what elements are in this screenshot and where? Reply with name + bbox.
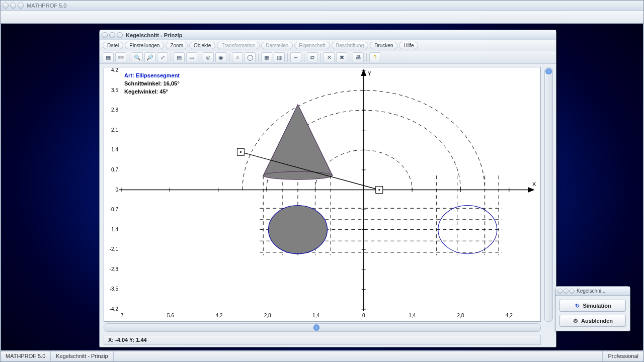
- horizontal-scrollbar[interactable]: [104, 323, 541, 332]
- scroll-thumb[interactable]: [545, 68, 552, 74]
- svg-text:2,8: 2,8: [111, 107, 118, 113]
- window-controls[interactable]: [102, 32, 123, 38]
- tool-table-icon[interactable]: ▥: [274, 52, 285, 62]
- tool-copy-icon[interactable]: ⧉: [307, 52, 318, 62]
- status-document: Kegelschnitt - Prinzip: [51, 351, 113, 361]
- plot-info: Art: Ellipsensegment Schnittwinkel: 16,0…: [124, 71, 180, 96]
- status-bar: MATHPROF 5.0 Kegelschnitt - Prinzip Prof…: [1, 351, 643, 361]
- plot-area: -4,2-3,5-2,8-2,1-1,4-0,700,71,42,12,83,5…: [100, 64, 556, 347]
- svg-text:Y: Y: [368, 70, 372, 76]
- svg-point-70: [378, 189, 380, 191]
- menu-datei[interactable]: Datei: [103, 42, 123, 49]
- toolbar: ▦ 👓 🔍 🔎 ⤢ ▤ ▭ ◎ ◉ ○ ◯ ▦ ▥ ⫟ ⧉ ✕ ✖: [100, 51, 556, 64]
- app-window: MATHPROF 5.0 Kegelschnitt - Prinzip Date…: [0, 0, 644, 362]
- window-control-button[interactable]: [10, 3, 16, 9]
- svg-text:0: 0: [362, 313, 365, 318]
- svg-text:2,8: 2,8: [457, 313, 464, 318]
- svg-text:4,2: 4,2: [111, 67, 118, 73]
- panel-title: Kegelschni...: [577, 288, 605, 294]
- svg-text:-2,1: -2,1: [110, 246, 119, 252]
- toolbar-separator: [304, 53, 304, 62]
- gear-icon: ⚙: [573, 318, 579, 324]
- window-controls[interactable]: [3, 3, 24, 9]
- zoom-out-icon[interactable]: 🔎: [144, 52, 155, 62]
- tool-square-icon[interactable]: ▦: [103, 52, 114, 62]
- tool-grid-icon[interactable]: ▦: [261, 52, 272, 62]
- button-label: Simulation: [583, 303, 611, 309]
- menu-objekte[interactable]: Objekte: [189, 42, 215, 49]
- window-control-button[interactable]: [3, 3, 9, 9]
- window-control-button[interactable]: [570, 289, 575, 294]
- scroll-thumb[interactable]: [313, 324, 319, 331]
- svg-text:1,4: 1,4: [111, 147, 118, 152]
- app-title: MATHPROF 5.0: [27, 3, 66, 9]
- window-control-button[interactable]: [564, 289, 569, 294]
- vertical-scrollbar[interactable]: [544, 67, 553, 322]
- menu-drucken[interactable]: Drucken: [370, 42, 397, 49]
- tool-chart-icon[interactable]: ⫟: [290, 52, 301, 62]
- svg-text:-1,4: -1,4: [110, 227, 119, 232]
- toolbar-separator: [350, 53, 350, 62]
- svg-text:-2,8: -2,8: [262, 313, 271, 318]
- panel-body: ↻Simulation ⚙Ausblenden: [555, 296, 630, 331]
- svg-point-64: [269, 206, 328, 254]
- toolbar-separator: [171, 53, 171, 62]
- tool-clear-b-icon[interactable]: ✖: [336, 52, 347, 62]
- tool-target-b-icon[interactable]: ◉: [215, 52, 226, 62]
- app-titlebar[interactable]: MATHPROF 5.0: [1, 1, 643, 11]
- plot-canvas[interactable]: -4,2-3,5-2,8-2,1-1,4-0,700,71,42,12,83,5…: [104, 67, 541, 322]
- menu-einstellungen[interactable]: Einstellungen: [125, 42, 164, 49]
- menu-hilfe[interactable]: Hilfe: [399, 42, 418, 49]
- zoom-in-icon[interactable]: 🔍: [132, 52, 143, 62]
- svg-text:-4,2: -4,2: [110, 306, 119, 312]
- toolbar-separator: [129, 53, 129, 62]
- status-spacer: [114, 351, 603, 361]
- tool-circle-a-icon[interactable]: ○: [232, 52, 243, 62]
- svg-point-65: [438, 206, 497, 254]
- tool-window-icon[interactable]: ▭: [186, 52, 197, 62]
- toolbar-separator: [366, 53, 367, 62]
- simulation-panel[interactable]: Kegelschni... ↻Simulation ⚙Ausblenden: [555, 286, 630, 331]
- svg-text:-0,7: -0,7: [110, 207, 119, 212]
- app-toolbar: [1, 11, 643, 24]
- window-controls[interactable]: [557, 289, 575, 294]
- status-edition: Professional: [602, 351, 643, 361]
- window-control-button[interactable]: [109, 32, 115, 38]
- tool-circle-b-icon[interactable]: ◯: [245, 52, 256, 62]
- svg-text:3,5: 3,5: [111, 87, 118, 93]
- coordinate-readout: X: -4.04 Y: 1.44: [104, 335, 541, 345]
- tool-properties-icon[interactable]: ▤: [174, 52, 185, 62]
- tool-binoculars-icon[interactable]: 👓: [115, 52, 126, 62]
- svg-text:4,2: 4,2: [506, 313, 513, 318]
- toolbar-separator: [258, 53, 259, 62]
- svg-text:2,1: 2,1: [111, 127, 118, 133]
- svg-text:-1,4: -1,4: [311, 313, 320, 318]
- toolbar-separator: [200, 53, 200, 62]
- toolbar-separator: [287, 53, 288, 62]
- menubar: DateiEinstellungenZoomObjekteTransformat…: [100, 40, 556, 51]
- toolbar-separator: [320, 53, 321, 62]
- window-control-button[interactable]: [557, 289, 562, 294]
- document-window: Kegelschnitt - Prinzip DateiEinstellunge…: [99, 30, 556, 347]
- hide-button[interactable]: ⚙Ausblenden: [559, 315, 626, 327]
- zoom-reset-icon[interactable]: ⤢: [157, 52, 168, 62]
- window-control-button[interactable]: [102, 32, 108, 38]
- window-control-button[interactable]: [117, 32, 123, 38]
- menu-zoom[interactable]: Zoom: [166, 42, 188, 49]
- menu-beschriftung: Beschriftung: [332, 42, 369, 49]
- svg-text:-7: -7: [119, 313, 124, 318]
- document-titlebar[interactable]: Kegelschnitt - Prinzip: [100, 30, 556, 40]
- tool-target-a-icon[interactable]: ◎: [203, 52, 214, 62]
- svg-text:-5,6: -5,6: [166, 313, 175, 318]
- status-app: MATHPROF 5.0: [1, 351, 51, 361]
- panel-titlebar[interactable]: Kegelschni...: [555, 287, 630, 296]
- help-icon[interactable]: ?: [369, 52, 380, 62]
- svg-point-68: [240, 151, 242, 153]
- svg-text:-3,5: -3,5: [110, 286, 119, 292]
- window-control-button[interactable]: [18, 3, 24, 9]
- tool-clear-a-icon[interactable]: ✕: [324, 52, 335, 62]
- svg-text:0: 0: [115, 187, 118, 193]
- simulation-button[interactable]: ↻Simulation: [559, 300, 626, 312]
- print-icon[interactable]: 🖶: [353, 52, 364, 62]
- document-title: Kegelschnitt - Prinzip: [126, 32, 182, 38]
